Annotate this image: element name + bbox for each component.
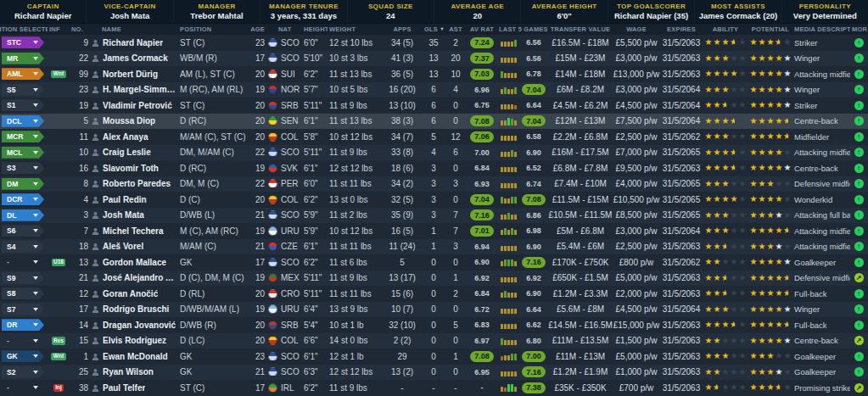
position-selector-button[interactable]: DL <box>2 209 44 221</box>
position-selector-button[interactable]: STC <box>2 36 44 48</box>
player-row[interactable]: S717Rodrigo BruschiD/WB/M/AM (L)19URU6'4… <box>0 302 868 318</box>
star-icon: ★ <box>775 132 783 141</box>
player-row[interactable]: AMLWnt99Norbert DürigAM (L), ST (C)20SUI… <box>0 66 868 82</box>
column-header-av-rat[interactable]: AV RAT <box>467 25 497 33</box>
player-row[interactable]: -U1813Gordon MallaceGK17SCO6'2"11 st 6 l… <box>0 254 868 271</box>
position-selector-button[interactable]: S5 <box>2 84 44 96</box>
player-row[interactable]: DCR4Paul RedinD (C)20COL6'2"13 st 0 lbs3… <box>0 192 868 208</box>
player-name[interactable]: Norbert Dürig <box>103 70 158 79</box>
column-header-morale[interactable]: MORALE <box>850 25 867 33</box>
position-selector-button[interactable]: S2 <box>2 366 44 378</box>
column-header-apps[interactable]: APPS <box>382 25 423 33</box>
player-row[interactable]: DL3Josh MataD/WB (L)21SCO5'9"11 st 2 lbs… <box>0 208 868 224</box>
column-header-expires[interactable]: EXPIRES <box>660 25 703 33</box>
player-name[interactable]: Gordon Mallace <box>103 258 166 267</box>
position-selector-button[interactable]: - <box>2 382 44 393</box>
player-name[interactable]: Richard Napier <box>103 38 163 47</box>
column-header-weight[interactable]: WEIGHT <box>328 25 382 33</box>
player-row[interactable]: MCL10Craig LeslieDM, M/AM (C)22SCO5'11"1… <box>0 145 868 161</box>
player-row[interactable]: S812Goran AnočićD (RL)20CRO5'11"11 st 11… <box>0 286 868 302</box>
column-header-nat[interactable]: NAT <box>266 25 302 33</box>
position-selector-button[interactable]: DCL <box>2 115 44 127</box>
player-name[interactable]: José Alejandro Arriaga <box>103 273 176 282</box>
player-name[interactable]: Roberto Paredes <box>103 179 171 188</box>
column-header-media-description[interactable]: MEDIA DESCRIPTION <box>792 25 850 33</box>
player-name[interactable]: Slavomir Toth <box>103 164 159 173</box>
inf-badge-u18[interactable]: U18 <box>52 259 66 267</box>
column-header-position[interactable]: POSITION <box>178 25 248 33</box>
player-row[interactable]: MR22James CormackWB/M (R)17SCO5'10"10 st… <box>0 51 868 67</box>
position-selector-button[interactable]: S9 <box>2 272 44 284</box>
position-selector-button[interactable]: GK <box>2 350 44 362</box>
column-header-potential[interactable]: POTENTIAL <box>748 25 792 33</box>
player-name[interactable]: Josh Mata <box>103 210 144 220</box>
player-name[interactable]: Vladimir Petrović <box>103 101 172 110</box>
player-average-rating: 6.83 <box>467 317 497 333</box>
position-selector-button[interactable]: MCL <box>2 147 44 159</box>
player-name[interactable]: H. Margel-Simmons <box>103 85 176 94</box>
player-name[interactable]: Ewan McDonald <box>103 352 168 361</box>
column-header-ast[interactable]: AST <box>445 25 467 33</box>
player-name[interactable]: Dragan Jovanović <box>103 321 176 330</box>
player-row[interactable]: S523H. Margel-SimmonsM (RC), AM (RL)19NO… <box>0 82 868 98</box>
player-name[interactable]: Moussa Diop <box>103 116 155 125</box>
column-header-no[interactable]: NO. <box>70 25 90 33</box>
column-header-transfer-value[interactable]: TRANSFER VALUE <box>548 25 613 33</box>
player-name[interactable]: Aleš Vorel <box>103 242 143 251</box>
column-header-height[interactable]: HEIGHT <box>302 25 328 33</box>
column-header-age[interactable]: AGE <box>248 25 266 33</box>
position-selector-button[interactable]: S8 <box>2 287 44 299</box>
column-header-last5[interactable]: LAST 5 GAMES <box>497 25 548 33</box>
player-name[interactable]: Alex Anaya <box>103 132 148 142</box>
inf-badge-inj[interactable]: Inj <box>53 384 64 393</box>
player-name[interactable]: Ryan Wilson <box>103 367 154 376</box>
position-selector-button[interactable]: - <box>2 335 44 347</box>
position-selector-button[interactable]: S1 <box>2 99 44 111</box>
inf-badge-res[interactable]: Res <box>52 337 66 345</box>
inf-badge-wnt[interactable]: Wnt <box>51 70 65 79</box>
player-row[interactable]: GKWnt1Ewan McDonaldGK23SCO6'1"12 st 1 lb… <box>0 349 868 365</box>
player-row[interactable]: -Inj38Paul TelferST (C)17IRL6'2"11 st 9 … <box>0 380 868 396</box>
player-row[interactable]: DCL5Moussa DiopD (RC)20SEN6'1"11 st 13 l… <box>0 114 868 130</box>
player-name[interactable]: Craig Leslie <box>103 148 151 157</box>
column-header-name[interactable]: NAME <box>90 25 178 33</box>
player-row[interactable]: S67Michel TecheraM (C), AM (RC)19URU5'9"… <box>0 223 868 239</box>
position-selector-button[interactable]: DCR <box>2 193 44 205</box>
player-row[interactable]: S225Ryan WilsonGK21SCO6'3"12 st 12 lbs13… <box>0 365 868 381</box>
player-name[interactable]: Paul Telfer <box>103 383 145 393</box>
player-row[interactable]: S316Slavomir TothD (RC)19SVK6'1"12 st 12… <box>0 160 868 176</box>
column-header-ability[interactable]: ABILITY <box>703 25 748 33</box>
column-header-inf[interactable]: INF <box>48 25 70 33</box>
column-header-position-selected[interactable]: POSITION SELECTED <box>0 25 48 33</box>
position-selector-button[interactable]: DR <box>2 319 44 331</box>
player-row[interactable]: S418Aleš VorelM/AM (C)21CZE6'1"11 st 11 … <box>0 239 868 255</box>
player-average-rating: 6.96 <box>467 82 497 98</box>
column-header-gls[interactable]: GLS ▼ <box>423 25 445 33</box>
average-rating-pill: 6.97 <box>470 335 494 346</box>
position-selector-button[interactable]: - <box>2 256 44 268</box>
player-row[interactable]: STC9Richard NapierST (C)23SCO6'0"12 st 1… <box>0 35 868 51</box>
column-header-wage[interactable]: WAGE <box>613 25 660 33</box>
position-selector-button[interactable]: S3 <box>2 162 44 174</box>
player-morale: ↑ <box>850 129 867 145</box>
player-name[interactable]: Elvis Rodríguez <box>103 336 166 345</box>
player-row[interactable]: DR14Dragan JovanovićD/WB (R)20SRB5'4"10 … <box>0 317 868 333</box>
player-row[interactable]: -Res15Elvis RodríguezD (LC)20COL6'6"14 s… <box>0 333 868 349</box>
position-selector-button[interactable]: DM <box>2 178 44 190</box>
inf-badge-wnt[interactable]: Wnt <box>51 353 65 361</box>
player-row[interactable]: MCR11Alex AnayaM/AM (C), ST (C)20COL5'8"… <box>0 129 868 145</box>
position-selector-button[interactable]: MR <box>2 53 44 64</box>
position-selector-button[interactable]: S6 <box>2 225 44 237</box>
player-name[interactable]: Michel Techera <box>103 226 164 236</box>
player-row[interactable]: S921José Alejandro ArriagaD (C), DM, M (… <box>0 271 868 287</box>
player-name[interactable]: Goran Anočić <box>103 289 158 298</box>
position-selector-button[interactable]: MCR <box>2 131 44 142</box>
player-name[interactable]: Paul Redin <box>103 195 147 204</box>
position-selector-button[interactable]: AML <box>2 68 44 80</box>
position-selector-button[interactable]: S4 <box>2 241 44 253</box>
position-selector-button[interactable]: S7 <box>2 304 44 315</box>
player-name[interactable]: Rodrigo Bruschi <box>103 304 169 314</box>
player-row[interactable]: S119Vladimir PetrovićST (C)20SRB5'11"11 … <box>0 98 868 114</box>
player-name[interactable]: James Cormack <box>103 53 168 63</box>
player-row[interactable]: DM8Roberto ParedesDM, M (C)22PER6'0"11 s… <box>0 176 868 192</box>
